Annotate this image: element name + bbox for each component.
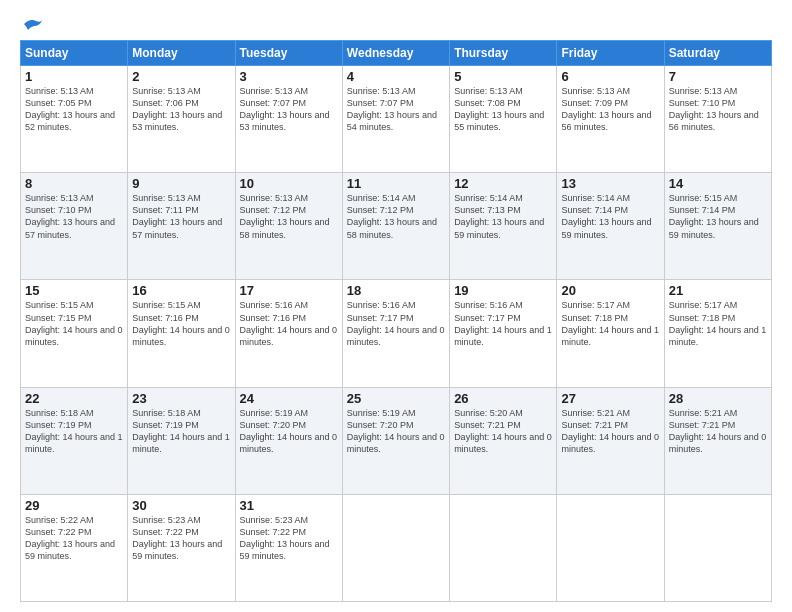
calendar-day-cell: 7Sunrise: 5:13 AMSunset: 7:10 PMDaylight… xyxy=(664,66,771,173)
day-info: Sunrise: 5:16 AMSunset: 7:17 PMDaylight:… xyxy=(347,299,445,348)
day-info: Sunrise: 5:18 AMSunset: 7:19 PMDaylight:… xyxy=(25,407,123,456)
day-info: Sunrise: 5:13 AMSunset: 7:08 PMDaylight:… xyxy=(454,85,552,134)
calendar-day-cell: 29Sunrise: 5:22 AMSunset: 7:22 PMDayligh… xyxy=(21,494,128,601)
calendar-day-cell: 31Sunrise: 5:23 AMSunset: 7:22 PMDayligh… xyxy=(235,494,342,601)
calendar-day-cell: 16Sunrise: 5:15 AMSunset: 7:16 PMDayligh… xyxy=(128,280,235,387)
day-number: 18 xyxy=(347,283,445,298)
calendar-header-cell: Tuesday xyxy=(235,41,342,66)
day-info: Sunrise: 5:16 AMSunset: 7:17 PMDaylight:… xyxy=(454,299,552,348)
calendar-day-cell: 4Sunrise: 5:13 AMSunset: 7:07 PMDaylight… xyxy=(342,66,449,173)
calendar-day-cell: 14Sunrise: 5:15 AMSunset: 7:14 PMDayligh… xyxy=(664,173,771,280)
calendar-day-cell xyxy=(664,494,771,601)
day-number: 4 xyxy=(347,69,445,84)
calendar-day-cell xyxy=(342,494,449,601)
day-number: 30 xyxy=(132,498,230,513)
day-info: Sunrise: 5:15 AMSunset: 7:16 PMDaylight:… xyxy=(132,299,230,348)
day-number: 26 xyxy=(454,391,552,406)
day-number: 7 xyxy=(669,69,767,84)
calendar-header-cell: Saturday xyxy=(664,41,771,66)
day-info: Sunrise: 5:17 AMSunset: 7:18 PMDaylight:… xyxy=(669,299,767,348)
calendar-table: SundayMondayTuesdayWednesdayThursdayFrid… xyxy=(20,40,772,602)
logo-text xyxy=(20,16,44,32)
calendar-day-cell: 27Sunrise: 5:21 AMSunset: 7:21 PMDayligh… xyxy=(557,387,664,494)
day-info: Sunrise: 5:22 AMSunset: 7:22 PMDaylight:… xyxy=(25,514,123,563)
day-number: 13 xyxy=(561,176,659,191)
calendar-day-cell: 17Sunrise: 5:16 AMSunset: 7:16 PMDayligh… xyxy=(235,280,342,387)
calendar-day-cell: 30Sunrise: 5:23 AMSunset: 7:22 PMDayligh… xyxy=(128,494,235,601)
day-info: Sunrise: 5:14 AMSunset: 7:13 PMDaylight:… xyxy=(454,192,552,241)
day-number: 3 xyxy=(240,69,338,84)
day-info: Sunrise: 5:14 AMSunset: 7:14 PMDaylight:… xyxy=(561,192,659,241)
day-number: 24 xyxy=(240,391,338,406)
calendar-day-cell: 18Sunrise: 5:16 AMSunset: 7:17 PMDayligh… xyxy=(342,280,449,387)
day-info: Sunrise: 5:13 AMSunset: 7:12 PMDaylight:… xyxy=(240,192,338,241)
day-number: 31 xyxy=(240,498,338,513)
calendar-day-cell: 25Sunrise: 5:19 AMSunset: 7:20 PMDayligh… xyxy=(342,387,449,494)
day-info: Sunrise: 5:13 AMSunset: 7:10 PMDaylight:… xyxy=(25,192,123,241)
day-info: Sunrise: 5:23 AMSunset: 7:22 PMDaylight:… xyxy=(240,514,338,563)
calendar-day-cell: 23Sunrise: 5:18 AMSunset: 7:19 PMDayligh… xyxy=(128,387,235,494)
logo-bird-icon xyxy=(22,16,44,32)
day-number: 28 xyxy=(669,391,767,406)
day-info: Sunrise: 5:19 AMSunset: 7:20 PMDaylight:… xyxy=(240,407,338,456)
header xyxy=(20,16,772,32)
day-info: Sunrise: 5:16 AMSunset: 7:16 PMDaylight:… xyxy=(240,299,338,348)
day-info: Sunrise: 5:20 AMSunset: 7:21 PMDaylight:… xyxy=(454,407,552,456)
day-number: 16 xyxy=(132,283,230,298)
page: SundayMondayTuesdayWednesdayThursdayFrid… xyxy=(0,0,792,612)
calendar-week-row: 29Sunrise: 5:22 AMSunset: 7:22 PMDayligh… xyxy=(21,494,772,601)
day-info: Sunrise: 5:13 AMSunset: 7:07 PMDaylight:… xyxy=(240,85,338,134)
calendar-day-cell: 12Sunrise: 5:14 AMSunset: 7:13 PMDayligh… xyxy=(450,173,557,280)
day-number: 9 xyxy=(132,176,230,191)
calendar-day-cell: 19Sunrise: 5:16 AMSunset: 7:17 PMDayligh… xyxy=(450,280,557,387)
day-info: Sunrise: 5:23 AMSunset: 7:22 PMDaylight:… xyxy=(132,514,230,563)
calendar-week-row: 8Sunrise: 5:13 AMSunset: 7:10 PMDaylight… xyxy=(21,173,772,280)
day-number: 17 xyxy=(240,283,338,298)
day-number: 22 xyxy=(25,391,123,406)
day-info: Sunrise: 5:13 AMSunset: 7:10 PMDaylight:… xyxy=(669,85,767,134)
day-info: Sunrise: 5:17 AMSunset: 7:18 PMDaylight:… xyxy=(561,299,659,348)
calendar-day-cell: 20Sunrise: 5:17 AMSunset: 7:18 PMDayligh… xyxy=(557,280,664,387)
day-number: 23 xyxy=(132,391,230,406)
day-number: 11 xyxy=(347,176,445,191)
day-info: Sunrise: 5:21 AMSunset: 7:21 PMDaylight:… xyxy=(669,407,767,456)
calendar-day-cell: 3Sunrise: 5:13 AMSunset: 7:07 PMDaylight… xyxy=(235,66,342,173)
calendar-header-cell: Sunday xyxy=(21,41,128,66)
calendar-day-cell: 22Sunrise: 5:18 AMSunset: 7:19 PMDayligh… xyxy=(21,387,128,494)
calendar-day-cell: 26Sunrise: 5:20 AMSunset: 7:21 PMDayligh… xyxy=(450,387,557,494)
day-number: 8 xyxy=(25,176,123,191)
calendar-week-row: 15Sunrise: 5:15 AMSunset: 7:15 PMDayligh… xyxy=(21,280,772,387)
day-info: Sunrise: 5:18 AMSunset: 7:19 PMDaylight:… xyxy=(132,407,230,456)
day-number: 1 xyxy=(25,69,123,84)
day-info: Sunrise: 5:13 AMSunset: 7:05 PMDaylight:… xyxy=(25,85,123,134)
day-number: 21 xyxy=(669,283,767,298)
calendar-day-cell: 9Sunrise: 5:13 AMSunset: 7:11 PMDaylight… xyxy=(128,173,235,280)
day-info: Sunrise: 5:19 AMSunset: 7:20 PMDaylight:… xyxy=(347,407,445,456)
day-info: Sunrise: 5:15 AMSunset: 7:14 PMDaylight:… xyxy=(669,192,767,241)
calendar-day-cell: 28Sunrise: 5:21 AMSunset: 7:21 PMDayligh… xyxy=(664,387,771,494)
calendar-day-cell xyxy=(450,494,557,601)
day-number: 19 xyxy=(454,283,552,298)
day-info: Sunrise: 5:14 AMSunset: 7:12 PMDaylight:… xyxy=(347,192,445,241)
day-number: 27 xyxy=(561,391,659,406)
logo xyxy=(20,16,44,32)
day-number: 25 xyxy=(347,391,445,406)
calendar-day-cell: 13Sunrise: 5:14 AMSunset: 7:14 PMDayligh… xyxy=(557,173,664,280)
calendar-day-cell: 5Sunrise: 5:13 AMSunset: 7:08 PMDaylight… xyxy=(450,66,557,173)
day-info: Sunrise: 5:21 AMSunset: 7:21 PMDaylight:… xyxy=(561,407,659,456)
day-number: 15 xyxy=(25,283,123,298)
calendar-day-cell: 15Sunrise: 5:15 AMSunset: 7:15 PMDayligh… xyxy=(21,280,128,387)
calendar-header-cell: Friday xyxy=(557,41,664,66)
calendar-week-row: 22Sunrise: 5:18 AMSunset: 7:19 PMDayligh… xyxy=(21,387,772,494)
calendar-header-cell: Thursday xyxy=(450,41,557,66)
day-number: 29 xyxy=(25,498,123,513)
day-info: Sunrise: 5:13 AMSunset: 7:06 PMDaylight:… xyxy=(132,85,230,134)
day-info: Sunrise: 5:13 AMSunset: 7:09 PMDaylight:… xyxy=(561,85,659,134)
calendar-day-cell: 1Sunrise: 5:13 AMSunset: 7:05 PMDaylight… xyxy=(21,66,128,173)
day-number: 10 xyxy=(240,176,338,191)
calendar-header-row: SundayMondayTuesdayWednesdayThursdayFrid… xyxy=(21,41,772,66)
calendar-day-cell: 6Sunrise: 5:13 AMSunset: 7:09 PMDaylight… xyxy=(557,66,664,173)
calendar-day-cell: 21Sunrise: 5:17 AMSunset: 7:18 PMDayligh… xyxy=(664,280,771,387)
day-number: 2 xyxy=(132,69,230,84)
calendar-body: 1Sunrise: 5:13 AMSunset: 7:05 PMDaylight… xyxy=(21,66,772,602)
